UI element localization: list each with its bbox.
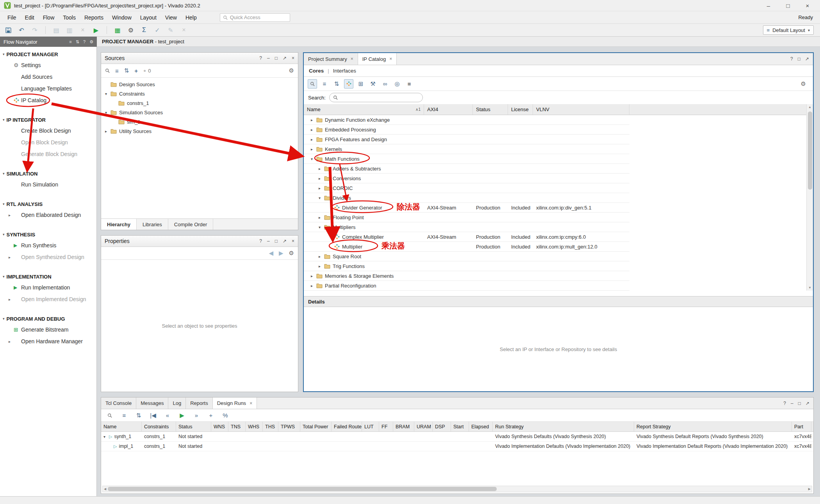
menu-edit[interactable]: Edit: [21, 12, 39, 23]
chevron-down-icon[interactable]: ▾: [319, 196, 324, 200]
collapse-icon[interactable]: ≡: [320, 79, 329, 89]
expand-all-icon[interactable]: ⇅: [124, 67, 129, 74]
chevron-right-icon[interactable]: ▸: [311, 284, 316, 288]
expand-all-icon[interactable]: ⇅: [76, 39, 79, 44]
chevron-right-icon[interactable]: ▸: [319, 176, 324, 181]
chevron-right-icon[interactable]: ▸: [311, 137, 316, 142]
menu-view[interactable]: View: [161, 12, 181, 23]
search-icon[interactable]: [308, 79, 317, 89]
paste-icon[interactable]: ▥: [65, 26, 74, 34]
gear-icon[interactable]: ⚙: [89, 39, 93, 44]
chevron-right-icon[interactable]: ▸: [311, 274, 316, 278]
tree-item-simulation-sources[interactable]: ▾Simulation Sources: [101, 108, 298, 117]
minimize-icon[interactable]: –: [791, 401, 793, 406]
flow-section-header-simulation[interactable]: ▾SIMULATION: [0, 169, 96, 179]
flow-item-run-simulation[interactable]: Run Simulation: [0, 179, 96, 190]
back-icon[interactable]: ◀: [269, 250, 273, 257]
ip-row-conversions[interactable]: ▸Conversions: [304, 174, 629, 183]
flow-item-generate-bitstream[interactable]: ⊞Generate Bitstream: [0, 324, 96, 335]
help-icon[interactable]: ?: [83, 39, 86, 44]
program-device-icon[interactable]: ▦: [113, 26, 122, 34]
quick-access-input[interactable]: Quick Access: [220, 13, 290, 22]
help-icon[interactable]: ?: [790, 56, 793, 62]
runs-column-run-strategy[interactable]: Run Strategy: [493, 422, 634, 431]
tab-log[interactable]: Log: [168, 398, 186, 409]
run-icon[interactable]: ▶: [92, 26, 100, 34]
runs-column-dsp[interactable]: DSP: [433, 422, 451, 431]
runs-column-wns[interactable]: WNS: [211, 422, 228, 431]
wrench-icon[interactable]: ⚒: [368, 79, 378, 89]
flow-item-open-implemented-design[interactable]: ▸Open Implemented Design: [0, 293, 96, 305]
runs-column-tns[interactable]: TNS: [228, 422, 246, 431]
tree-item-sim-1[interactable]: sim_1: [101, 117, 298, 126]
redo-icon[interactable]: ↷: [30, 26, 39, 34]
chevron-right-icon[interactable]: ▸: [319, 215, 324, 220]
minimize-icon[interactable]: –: [267, 55, 270, 61]
settings-icon[interactable]: ⚙: [127, 26, 135, 34]
ip-row-cordic[interactable]: ▸CORDIC: [304, 183, 629, 193]
grid-icon[interactable]: ⊞: [356, 79, 365, 89]
tab-messages[interactable]: Messages: [136, 398, 168, 409]
runs-column-total-power[interactable]: Total Power: [300, 422, 332, 431]
close-icon[interactable]: ×: [250, 401, 252, 406]
validate-icon[interactable]: ✓: [153, 26, 162, 34]
flow-item-settings[interactable]: ⚙Settings: [0, 59, 96, 71]
flow-section-header-implementation[interactable]: ▾IMPLEMENTATION: [0, 272, 96, 282]
percent-icon[interactable]: %: [221, 411, 230, 420]
subtab-interfaces[interactable]: Interfaces: [333, 68, 356, 74]
window-close-button[interactable]: ×: [799, 0, 816, 11]
ip-row-dividers[interactable]: ▾Dividers: [304, 193, 629, 203]
runs-column-bram[interactable]: BRAM: [393, 422, 414, 431]
runs-column-part[interactable]: Part: [792, 422, 811, 431]
scroll-left-icon[interactable]: ◀: [104, 487, 106, 491]
close-icon[interactable]: ×: [389, 56, 392, 62]
link-icon[interactable]: ∞: [380, 79, 390, 89]
float-icon[interactable]: ↗: [805, 56, 809, 62]
collapse-all-icon[interactable]: ≡: [115, 67, 119, 74]
maximize-icon[interactable]: □: [798, 401, 801, 406]
menu-reports[interactable]: Reports: [80, 12, 108, 23]
minimize-icon[interactable]: –: [267, 238, 270, 244]
flow-item-run-implementation[interactable]: ▶Run Implementation: [0, 282, 96, 293]
ip-row-floating-point[interactable]: ▸Floating Point: [304, 213, 629, 222]
maximize-icon[interactable]: □: [275, 55, 278, 61]
search-icon[interactable]: [105, 411, 114, 420]
float-icon[interactable]: ↗: [283, 55, 287, 61]
flow-item-open-synthesized-design[interactable]: ▸Open Synthesized Design: [0, 251, 96, 263]
sources-tab-compile-order[interactable]: Compile Order: [168, 219, 214, 230]
flow-item-ip-catalog[interactable]: IP Catalog: [0, 94, 96, 106]
target-icon[interactable]: ◎: [392, 79, 402, 89]
delete-icon[interactable]: ×: [78, 26, 87, 34]
scroll-right-icon[interactable]: ▶: [808, 487, 811, 491]
window-maximize-button[interactable]: □: [779, 0, 797, 11]
chevron-right-icon[interactable]: ▸: [311, 128, 316, 132]
column-header-vlnv[interactable]: VLNV: [533, 104, 629, 115]
help-icon[interactable]: ?: [259, 55, 262, 61]
menu-tools[interactable]: Tools: [59, 12, 80, 23]
sources-tab-hierarchy[interactable]: Hierarchy: [101, 219, 137, 230]
chevron-right-icon[interactable]: ▸: [311, 147, 316, 151]
runs-column-uram[interactable]: URAM: [414, 422, 433, 431]
maximize-icon[interactable]: □: [275, 238, 278, 244]
ip-row-fpga-features-and-design[interactable]: ▸FPGA Features and Design: [304, 135, 629, 144]
edit-icon[interactable]: ✎: [166, 26, 175, 34]
first-icon[interactable]: |◀: [148, 411, 158, 420]
ip-search-input[interactable]: [329, 93, 423, 102]
column-header-name[interactable]: Name∧1: [304, 104, 424, 115]
ip-row-dynamic-function-exchange[interactable]: ▸Dynamic Function eXchange: [304, 115, 629, 125]
help-icon[interactable]: ?: [783, 401, 786, 406]
subtab-cores[interactable]: Cores: [309, 68, 324, 74]
flow-section-header-synthesis[interactable]: ▾SYNTHESIS: [0, 229, 96, 240]
run-row-impl-1[interactable]: ▷impl_1constrs_1Not startedVivado Implem…: [101, 442, 813, 451]
scroll-up-icon[interactable]: ▲: [808, 104, 811, 110]
chevron-right-icon[interactable]: ▸: [319, 186, 324, 190]
runs-column-status[interactable]: Status: [176, 422, 211, 431]
tab-design-runs[interactable]: Design Runs×: [213, 398, 257, 409]
column-header-axi4[interactable]: AXI4: [424, 104, 473, 115]
expand-icon[interactable]: ⇅: [134, 411, 143, 420]
flow-item-language-templates[interactable]: Language Templates: [0, 83, 96, 94]
menu-layout[interactable]: Layout: [136, 12, 161, 23]
close-icon[interactable]: ×: [351, 56, 353, 62]
cancel-icon[interactable]: ×: [180, 26, 188, 34]
play-icon[interactable]: ▶: [177, 411, 187, 420]
